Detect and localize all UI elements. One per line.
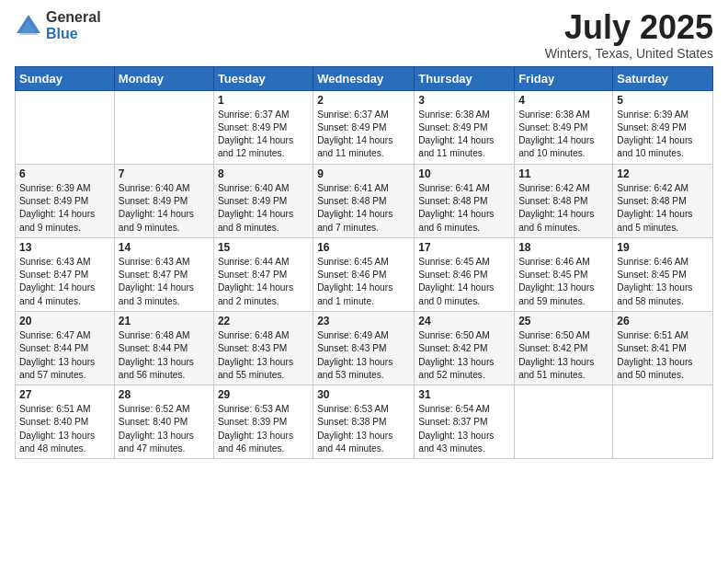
col-thursday: Thursday: [415, 66, 515, 90]
col-friday: Friday: [515, 66, 613, 90]
day-info: Sunrise: 6:38 AM Sunset: 8:49 PM Dayligh…: [518, 109, 609, 161]
subtitle: Winters, Texas, United States: [545, 46, 713, 61]
day-info: Sunrise: 6:52 AM Sunset: 8:40 PM Dayligh…: [119, 403, 210, 455]
day-info: Sunrise: 6:51 AM Sunset: 8:40 PM Dayligh…: [19, 403, 110, 455]
calendar-cell: 22Sunrise: 6:48 AM Sunset: 8:43 PM Dayli…: [213, 311, 313, 385]
day-number: 7: [119, 167, 210, 180]
day-number: 3: [418, 94, 510, 107]
calendar-cell: 20Sunrise: 6:47 AM Sunset: 8:44 PM Dayli…: [16, 311, 115, 385]
col-sunday: Sunday: [16, 66, 115, 90]
day-number: 1: [218, 94, 309, 107]
day-number: 4: [518, 94, 609, 107]
day-number: 23: [317, 315, 410, 327]
day-number: 14: [119, 241, 210, 254]
calendar-cell: 28Sunrise: 6:52 AM Sunset: 8:40 PM Dayli…: [114, 385, 213, 459]
day-number: 31: [418, 388, 510, 401]
calendar-cell: 10Sunrise: 6:41 AM Sunset: 8:48 PM Dayli…: [415, 164, 515, 237]
day-info: Sunrise: 6:45 AM Sunset: 8:46 PM Dayligh…: [317, 256, 410, 308]
calendar-cell: 6Sunrise: 6:39 AM Sunset: 8:49 PM Daylig…: [16, 164, 115, 237]
day-info: Sunrise: 6:38 AM Sunset: 8:49 PM Dayligh…: [418, 109, 510, 161]
day-info: Sunrise: 6:43 AM Sunset: 8:47 PM Dayligh…: [119, 256, 210, 308]
calendar-cell: 26Sunrise: 6:51 AM Sunset: 8:41 PM Dayli…: [613, 311, 713, 385]
col-saturday: Saturday: [613, 66, 713, 90]
day-info: Sunrise: 6:46 AM Sunset: 8:45 PM Dayligh…: [617, 256, 709, 308]
day-number: 15: [218, 241, 309, 254]
calendar-cell: 1Sunrise: 6:37 AM Sunset: 8:49 PM Daylig…: [213, 90, 313, 164]
day-number: 22: [218, 315, 309, 327]
day-info: Sunrise: 6:41 AM Sunset: 8:48 PM Dayligh…: [317, 182, 410, 235]
calendar-cell: 15Sunrise: 6:44 AM Sunset: 8:47 PM Dayli…: [213, 237, 313, 311]
day-info: Sunrise: 6:37 AM Sunset: 8:49 PM Dayligh…: [218, 109, 309, 161]
logo-text: General Blue: [46, 9, 101, 41]
day-number: 17: [418, 241, 510, 254]
logo-general: General: [46, 9, 101, 26]
day-number: 12: [617, 167, 709, 180]
day-number: 18: [518, 241, 609, 254]
day-info: Sunrise: 6:39 AM Sunset: 8:49 PM Dayligh…: [19, 182, 110, 235]
calendar-cell: 2Sunrise: 6:37 AM Sunset: 8:49 PM Daylig…: [313, 90, 415, 164]
day-number: 30: [317, 388, 410, 401]
day-info: Sunrise: 6:42 AM Sunset: 8:48 PM Dayligh…: [617, 182, 709, 235]
calendar-body: 1Sunrise: 6:37 AM Sunset: 8:49 PM Daylig…: [16, 90, 713, 459]
day-info: Sunrise: 6:41 AM Sunset: 8:48 PM Dayligh…: [418, 182, 510, 235]
day-number: 24: [418, 315, 510, 327]
day-number: 6: [19, 167, 110, 180]
calendar-cell: [114, 90, 213, 164]
day-info: Sunrise: 6:44 AM Sunset: 8:47 PM Dayligh…: [218, 256, 309, 308]
calendar-cell: 3Sunrise: 6:38 AM Sunset: 8:49 PM Daylig…: [415, 90, 515, 164]
day-info: Sunrise: 6:53 AM Sunset: 8:39 PM Dayligh…: [218, 403, 309, 455]
calendar-cell: 7Sunrise: 6:40 AM Sunset: 8:49 PM Daylig…: [114, 164, 213, 237]
day-number: 5: [617, 94, 709, 107]
day-number: 11: [518, 167, 609, 180]
calendar-cell: 16Sunrise: 6:45 AM Sunset: 8:46 PM Dayli…: [313, 237, 415, 311]
calendar-cell: 24Sunrise: 6:50 AM Sunset: 8:42 PM Dayli…: [415, 311, 515, 385]
calendar-week-1: 6Sunrise: 6:39 AM Sunset: 8:49 PM Daylig…: [16, 164, 713, 237]
calendar-cell: 17Sunrise: 6:45 AM Sunset: 8:46 PM Dayli…: [415, 237, 515, 311]
header: General Blue July 2025 Winters, Texas, U…: [15, 9, 713, 61]
day-number: 16: [317, 241, 410, 254]
day-info: Sunrise: 6:49 AM Sunset: 8:43 PM Dayligh…: [317, 329, 410, 382]
calendar-cell: 9Sunrise: 6:41 AM Sunset: 8:48 PM Daylig…: [313, 164, 415, 237]
calendar-cell: [16, 90, 115, 164]
col-monday: Monday: [114, 66, 213, 90]
col-tuesday: Tuesday: [213, 66, 313, 90]
day-number: 13: [19, 241, 110, 254]
day-info: Sunrise: 6:50 AM Sunset: 8:42 PM Dayligh…: [418, 329, 510, 382]
day-number: 27: [19, 388, 110, 401]
day-info: Sunrise: 6:53 AM Sunset: 8:38 PM Dayligh…: [317, 403, 410, 455]
logo-icon: [15, 13, 42, 39]
day-info: Sunrise: 6:40 AM Sunset: 8:49 PM Dayligh…: [218, 182, 309, 235]
calendar-cell: 27Sunrise: 6:51 AM Sunset: 8:40 PM Dayli…: [16, 385, 115, 459]
day-number: 29: [218, 388, 309, 401]
day-number: 26: [617, 315, 709, 327]
calendar-week-0: 1Sunrise: 6:37 AM Sunset: 8:49 PM Daylig…: [16, 90, 713, 164]
calendar-week-3: 20Sunrise: 6:47 AM Sunset: 8:44 PM Dayli…: [16, 311, 713, 385]
calendar-cell: 4Sunrise: 6:38 AM Sunset: 8:49 PM Daylig…: [515, 90, 613, 164]
day-info: Sunrise: 6:51 AM Sunset: 8:41 PM Dayligh…: [617, 329, 709, 382]
col-wednesday: Wednesday: [313, 66, 415, 90]
day-info: Sunrise: 6:40 AM Sunset: 8:49 PM Dayligh…: [119, 182, 210, 235]
day-info: Sunrise: 6:37 AM Sunset: 8:49 PM Dayligh…: [317, 109, 410, 161]
day-info: Sunrise: 6:42 AM Sunset: 8:48 PM Dayligh…: [518, 182, 609, 235]
calendar-cell: 14Sunrise: 6:43 AM Sunset: 8:47 PM Dayli…: [114, 237, 213, 311]
calendar-cell: [613, 385, 713, 459]
calendar-cell: 13Sunrise: 6:43 AM Sunset: 8:47 PM Dayli…: [16, 237, 115, 311]
logo-blue: Blue: [46, 26, 101, 42]
logo: General Blue: [15, 9, 101, 41]
calendar-week-4: 27Sunrise: 6:51 AM Sunset: 8:40 PM Dayli…: [16, 385, 713, 459]
calendar-cell: 30Sunrise: 6:53 AM Sunset: 8:38 PM Dayli…: [313, 385, 415, 459]
calendar-cell: 25Sunrise: 6:50 AM Sunset: 8:42 PM Dayli…: [515, 311, 613, 385]
calendar-cell: 12Sunrise: 6:42 AM Sunset: 8:48 PM Dayli…: [613, 164, 713, 237]
calendar-cell: 31Sunrise: 6:54 AM Sunset: 8:37 PM Dayli…: [415, 385, 515, 459]
calendar-cell: 19Sunrise: 6:46 AM Sunset: 8:45 PM Dayli…: [613, 237, 713, 311]
calendar-table: Sunday Monday Tuesday Wednesday Thursday…: [15, 66, 713, 460]
calendar-week-2: 13Sunrise: 6:43 AM Sunset: 8:47 PM Dayli…: [16, 237, 713, 311]
main-title: July 2025: [545, 9, 713, 46]
calendar-cell: 5Sunrise: 6:39 AM Sunset: 8:49 PM Daylig…: [613, 90, 713, 164]
day-number: 10: [418, 167, 510, 180]
calendar-cell: 23Sunrise: 6:49 AM Sunset: 8:43 PM Dayli…: [313, 311, 415, 385]
calendar-cell: 21Sunrise: 6:48 AM Sunset: 8:44 PM Dayli…: [114, 311, 213, 385]
day-info: Sunrise: 6:48 AM Sunset: 8:44 PM Dayligh…: [119, 329, 210, 382]
day-number: 8: [218, 167, 309, 180]
day-info: Sunrise: 6:50 AM Sunset: 8:42 PM Dayligh…: [518, 329, 609, 382]
